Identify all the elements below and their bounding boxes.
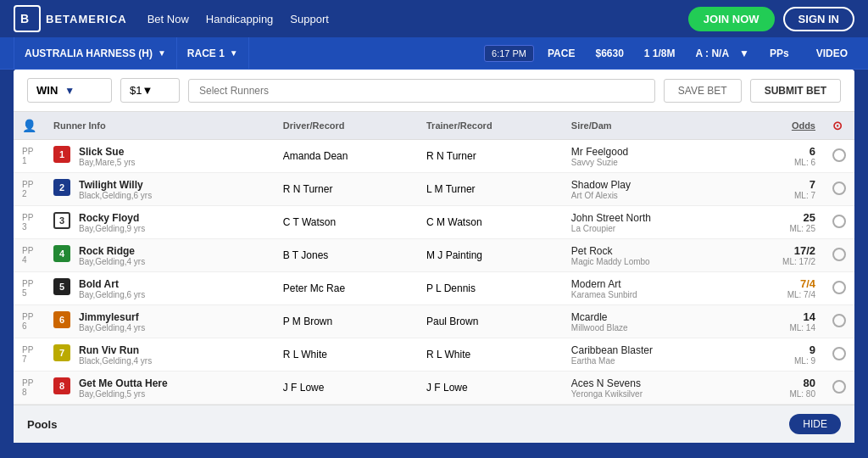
runner-info-cell: 6 Jimmylesurf Bay,Gelding,4 yrs <box>45 305 275 338</box>
runner-radio[interactable] <box>832 182 846 195</box>
race-selector[interactable]: RACE 1 ▼ <box>177 37 249 69</box>
runner-name: Jimmylesurf <box>79 311 145 323</box>
select-cell[interactable] <box>824 338 854 371</box>
runner-radio[interactable] <box>832 281 846 294</box>
driver-name: B T Jones <box>283 249 329 261</box>
odds-value: 6 <box>743 145 815 158</box>
sire-name: Modern Art <box>571 278 726 290</box>
pp-label: PP 3 <box>22 213 33 232</box>
pp-label: PP 7 <box>22 345 33 364</box>
race-caret-icon: ▼ <box>230 48 238 58</box>
table-row: PP 8 8 Get Me Outta Here Bay,Gelding,5 y… <box>14 371 854 405</box>
runner-details: Bay,Mare,5 yrs <box>79 158 136 167</box>
bet-type-selector[interactable]: WIN ▼ <box>27 78 112 103</box>
runner-radio[interactable] <box>832 148 846 162</box>
driver-name: R L White <box>283 349 327 360</box>
pp-cell: PP 6 <box>14 305 45 338</box>
track-selector[interactable]: AUSTRALIA HARNESS (H) ▼ <box>14 37 177 69</box>
nav-support[interactable]: Support <box>290 13 329 25</box>
distance: 1 1/8M <box>644 47 676 59</box>
ml-value: ML: 17/2 <box>743 257 815 266</box>
main-content: WIN ▼ $1 ▼ SAVE BET SUBMIT BET 👤 Runner … <box>14 70 854 405</box>
driver-cell: Amanda Dean <box>275 140 418 173</box>
driver-name: Amanda Dean <box>283 150 348 162</box>
runner-details: Black,Gelding,6 yrs <box>79 191 152 200</box>
runner-number: 2 <box>53 179 70 196</box>
pp-label: PP 6 <box>22 312 33 331</box>
table-header-row: 👤 Runner Info Driver/Record Trainer/Reco… <box>14 112 854 140</box>
odds-cell: 14 ML: 14 <box>735 305 824 338</box>
amount-caret-icon: ▼ <box>142 84 153 97</box>
runner-radio[interactable] <box>832 347 846 360</box>
race-time: 6:17 PM <box>484 45 534 62</box>
submit-bet-button[interactable]: SUBMIT BET <box>750 79 841 103</box>
sire-dam-cell: John Street North La Croupier <box>563 206 735 239</box>
odds-value: 17/2 <box>743 244 815 257</box>
runner-name: Rocky Floyd <box>79 212 145 224</box>
logo-area: B BETAMERICA <box>14 5 127 32</box>
nav-bet-now[interactable]: Bet Now <box>147 13 189 25</box>
join-now-button[interactable]: JOIN NOW <box>688 7 775 31</box>
track-caret-icon: ▼ <box>158 48 166 58</box>
runner-number: 7 <box>53 344 70 361</box>
pp-cell: PP 1 <box>14 140 45 173</box>
pp-label: PP 8 <box>22 378 33 397</box>
sire-dam-cell: Aces N Sevens Yeronga Kwiksilver <box>563 371 735 405</box>
video-button[interactable]: VIDEO <box>810 47 854 59</box>
driver-name: P M Brown <box>283 316 332 327</box>
pools-bar: Pools HIDE <box>14 405 854 443</box>
select-cell[interactable] <box>824 206 854 239</box>
runner-info-cell: 8 Get Me Outta Here Bay,Gelding,5 yrs <box>45 371 275 405</box>
trainer-cell: C M Watson <box>418 206 563 239</box>
select-cell[interactable] <box>824 173 854 206</box>
ml-value: ML: 14 <box>743 323 815 332</box>
ml-value: ML: 7 <box>743 191 815 200</box>
col-sire: Sire/Dam <box>563 112 735 140</box>
bet-toolbar: WIN ▼ $1 ▼ SAVE BET SUBMIT BET <box>14 70 854 112</box>
odds-value: 25 <box>743 211 815 224</box>
race-info: PACE $6630 1 1/8M A : N/A <box>548 47 729 59</box>
select-cell[interactable] <box>824 272 854 305</box>
runner-number: 1 <box>53 146 70 163</box>
save-bet-button[interactable]: SAVE BET <box>664 79 742 103</box>
odds-value: 7 <box>743 178 815 191</box>
ml-value: ML: 7/4 <box>743 290 815 299</box>
pp-cell: PP 7 <box>14 338 45 371</box>
pp-button[interactable]: PPs <box>763 47 796 59</box>
sub-nav-right: PPs VIDEO <box>763 47 854 59</box>
runners-input[interactable] <box>188 79 655 103</box>
pp-cell: PP 4 <box>14 239 45 272</box>
hide-button[interactable]: HIDE <box>789 414 841 434</box>
table-row: PP 7 7 Run Viv Run Black,Gelding,4 yrs R… <box>14 338 854 371</box>
pp-label: PP 2 <box>22 180 33 198</box>
odds-cell: 25 ML: 25 <box>735 206 824 239</box>
col-runner-info: Runner Info <box>45 112 275 140</box>
select-cell[interactable] <box>824 305 854 338</box>
odds-cell: 7 ML: 7 <box>735 173 824 206</box>
pools-label: Pools <box>27 418 789 431</box>
sire-name: Aces N Sevens <box>571 377 726 389</box>
runner-radio[interactable] <box>832 314 846 327</box>
amount-label: $1 <box>130 84 142 97</box>
sire-name: Mr Feelgood <box>571 146 726 158</box>
dam-name: Millwood Blaze <box>571 323 726 332</box>
runner-radio[interactable] <box>832 215 846 228</box>
pp-label: PP 5 <box>22 279 33 298</box>
nav-handicapping[interactable]: Handicapping <box>206 13 274 25</box>
runner-radio[interactable] <box>832 248 846 261</box>
col-odds: Odds <box>735 112 824 140</box>
select-cell[interactable] <box>824 239 854 272</box>
driver-cell: B T Jones <box>275 239 418 272</box>
sire-name: Shadow Play <box>571 179 726 191</box>
amount-selector[interactable]: $1 ▼ <box>120 78 180 103</box>
trainer-cell: P L Dennis <box>418 272 563 305</box>
sign-in-button[interactable]: SIGN IN <box>783 7 854 31</box>
purse: $6630 <box>595 47 623 59</box>
trainer-cell: Paul Brown <box>418 305 563 338</box>
runner-radio[interactable] <box>832 380 846 394</box>
select-cell[interactable] <box>824 371 854 405</box>
select-cell[interactable] <box>824 140 854 173</box>
runner-info-cell: 7 Run Viv Run Black,Gelding,4 yrs <box>45 338 275 371</box>
runner-name: Rock Ridge <box>79 245 145 257</box>
gait: PACE <box>548 47 575 59</box>
